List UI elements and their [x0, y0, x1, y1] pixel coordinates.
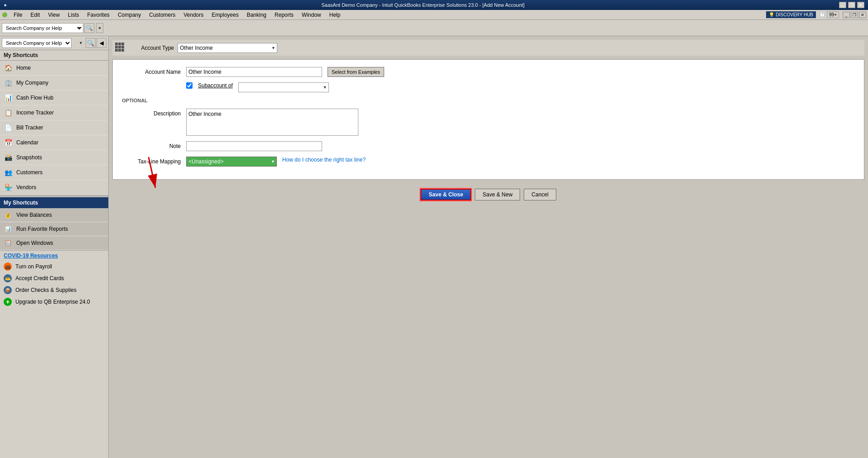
svg-rect-6	[115, 49, 118, 52]
menu-window[interactable]: Window	[298, 11, 325, 19]
discovery-hub[interactable]: 💡 DISCOVERY HUB	[766, 11, 816, 18]
min-btn[interactable]: _	[843, 12, 850, 18]
menu-edit[interactable]: Edit	[27, 11, 43, 19]
minimize-button[interactable]: _	[839, 2, 846, 8]
expand-icon[interactable]	[114, 42, 125, 54]
sidebar-search-dropdown[interactable]: Search Company or Help	[2, 38, 72, 48]
menu-reports[interactable]: Reports	[271, 11, 297, 19]
tax-line-select-wrapper: <Unassigned>	[186, 157, 277, 167]
optional-label: OPTIONAL	[122, 98, 855, 103]
sidebar-item-cash-flow-hub[interactable]: 📊 Cash Flow Hub	[0, 91, 108, 105]
snapshots-icon: 📸	[4, 153, 13, 162]
description-label: Description	[122, 109, 181, 117]
covid-credit-cards[interactable]: 💳 Accept Credit Cards	[0, 272, 108, 284]
sidebar-item-calendar[interactable]: 📅 Calendar	[0, 135, 108, 150]
sidebar-label-view-balances: View Balances	[16, 212, 52, 218]
sidebar-label-vendors: Vendors	[16, 184, 36, 191]
sidebar-label-open-windows: Open Windows	[16, 240, 53, 246]
buttons-area: Save & Close Save & New Cancel	[112, 189, 864, 200]
svg-rect-2	[121, 43, 124, 45]
covid-payroll-label: Turn on Payroll	[15, 263, 52, 270]
account-name-input[interactable]	[186, 67, 322, 77]
subaccount-select[interactable]	[238, 82, 329, 92]
sidebar-item-view-balances[interactable]: 💰 View Balances	[0, 208, 108, 222]
menu-help[interactable]: Help	[326, 11, 344, 19]
subaccount-checkbox[interactable]	[186, 82, 193, 89]
sidebar-collapse-button[interactable]: ◀	[96, 38, 106, 48]
menu-company[interactable]: Company	[114, 11, 145, 19]
sidebar-label-customers: Customers	[16, 169, 43, 176]
content-toolbar: Account Type Other Income Income Expense…	[112, 40, 864, 56]
sidebar: Search Company or Help 🔍 ◀ My Shortcuts …	[0, 36, 109, 458]
sidebar-item-customers[interactable]: 👥 Customers	[0, 165, 108, 180]
select-examples-button[interactable]: Select from Examples	[328, 67, 384, 77]
app-icon: 🟢	[2, 12, 7, 17]
svg-rect-1	[118, 43, 121, 45]
covid-payroll[interactable]: 💼 Turn on Payroll	[0, 261, 108, 272]
description-textarea[interactable]: Other Income	[186, 109, 358, 136]
sidebar-item-open-windows[interactable]: 🪟 Open Windows	[0, 236, 108, 250]
view-balances-icon: 💰	[4, 210, 13, 219]
title-bar: ● SaasAnt Demo Company - Intuit QuickBoo…	[0, 0, 868, 10]
title-bar-controls: _ ❐ ✕	[839, 2, 864, 8]
subaccount-label: Subaccount of	[198, 82, 233, 89]
cancel-button[interactable]: Cancel	[524, 189, 556, 200]
clock-badge: 🕐 99+	[820, 11, 839, 18]
shortcuts-header: My Shortcuts	[0, 50, 108, 61]
sidebar-item-bill-tracker[interactable]: 📄 Bill Tracker	[0, 120, 108, 135]
sidebar-search-button[interactable]: 🔍	[86, 38, 96, 48]
sidebar-item-home[interactable]: 🏠 Home	[0, 61, 108, 76]
menu-file[interactable]: File	[10, 11, 26, 19]
credit-cards-icon: 💳	[4, 274, 12, 282]
covid-credit-cards-label: Accept Credit Cards	[15, 275, 64, 281]
menu-vendors[interactable]: Vendors	[180, 11, 207, 19]
search-button[interactable]: 🔍	[84, 23, 94, 33]
description-row: Description Other Income	[122, 109, 855, 136]
note-label: Note	[122, 141, 181, 149]
svg-rect-0	[115, 43, 118, 45]
search-box: Search Company or Help 🔍	[2, 23, 94, 33]
search-dropdown[interactable]: Search Company or Help	[2, 23, 83, 33]
account-type-label: Account Type	[129, 45, 174, 51]
tax-line-select[interactable]: <Unassigned>	[186, 157, 277, 167]
subaccount-row: Subaccount of	[186, 82, 855, 92]
sidebar-item-snapshots[interactable]: 📸 Snapshots	[0, 150, 108, 165]
account-type-select[interactable]: Other Income Income Expense Other Expens…	[178, 43, 277, 53]
covid-header[interactable]: COVID-19 Resources	[0, 251, 108, 261]
menu-customers[interactable]: Customers	[145, 11, 179, 19]
menu-banking[interactable]: Banking	[243, 11, 270, 19]
sidebar-label-cash-flow-hub: Cash Flow Hub	[16, 95, 53, 101]
sidebar-item-run-reports[interactable]: 📊 Run Favorite Reports	[0, 222, 108, 236]
company-icon: 🏢	[4, 78, 13, 87]
optional-section: OPTIONAL	[122, 98, 855, 103]
menu-employees[interactable]: Employees	[208, 11, 242, 19]
max-btn[interactable]: ❐	[851, 12, 858, 18]
sidebar-item-vendors[interactable]: 🏪 Vendors	[0, 180, 108, 195]
toolbar: Search Company or Help 🔍 »	[0, 20, 868, 36]
menu-lists[interactable]: Lists	[64, 11, 83, 19]
save-close-button[interactable]: Save & Close	[420, 189, 471, 200]
home-icon: 🏠	[4, 63, 13, 72]
sidebar-item-my-company[interactable]: 🏢 My Company	[0, 76, 108, 91]
note-input[interactable]	[186, 141, 322, 151]
svg-rect-5	[121, 46, 124, 48]
covid-upgrade[interactable]: + Upgrade to QB Enterprise 24.0	[0, 296, 108, 308]
save-new-button[interactable]: Save & New	[475, 189, 520, 200]
income-tracker-icon: 📋	[4, 108, 13, 117]
discovery-hub-label: DISCOVERY HUB	[776, 12, 813, 17]
sidebar-item-income-tracker[interactable]: 📋 Income Tracker	[0, 105, 108, 120]
collapse-sidebar-button[interactable]: »	[96, 23, 103, 33]
covid-checks[interactable]: 📦 Order Checks & Supplies	[0, 284, 108, 296]
tax-help-link[interactable]: How do I choose the right tax line?	[282, 157, 366, 163]
upgrade-icon: +	[4, 298, 12, 306]
menu-view[interactable]: View	[44, 11, 63, 19]
covid-checks-label: Order Checks & Supplies	[15, 287, 77, 293]
cls-btn[interactable]: ✕	[859, 12, 866, 18]
sidebar-label-run-reports: Run Favorite Reports	[16, 226, 68, 232]
window-controls: _ ❐ ✕	[843, 12, 866, 18]
restore-button[interactable]: ❐	[848, 2, 855, 8]
close-button[interactable]: ✕	[857, 2, 864, 8]
account-name-label: Account Name	[122, 67, 181, 75]
notification-badge[interactable]: 99+	[827, 11, 839, 18]
menu-favorites[interactable]: Favorites	[84, 11, 113, 19]
